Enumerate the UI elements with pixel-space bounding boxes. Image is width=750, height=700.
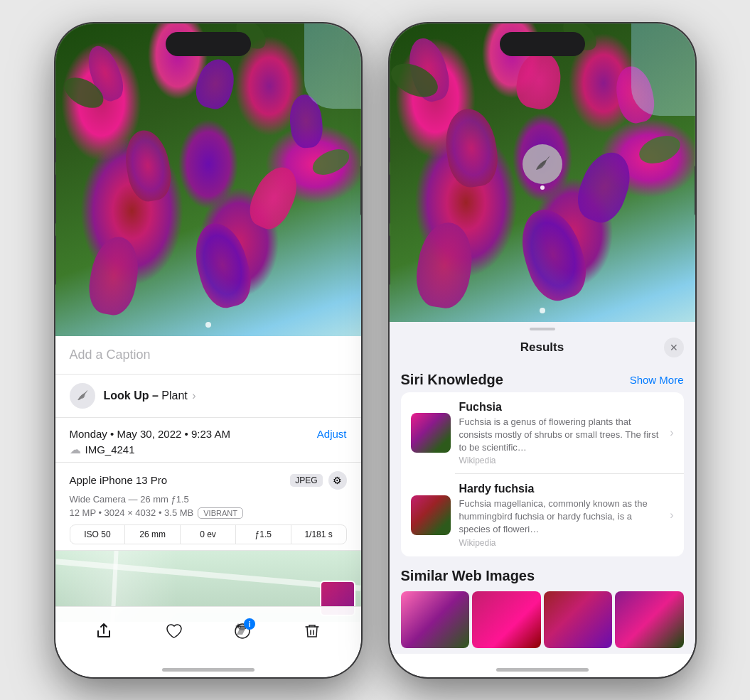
right-silent-button bbox=[390, 137, 390, 163]
date-text: Monday • May 30, 2022 • 9:23 AM bbox=[70, 428, 230, 440]
adjust-button[interactable]: Adjust bbox=[317, 428, 347, 440]
lookup-bold: Look Up – bbox=[104, 389, 159, 402]
cloud-icon: ☁ bbox=[70, 443, 81, 456]
similar-section: Similar Web Images bbox=[390, 559, 695, 654]
sheet-handle-area bbox=[390, 322, 695, 330]
left-side-buttons bbox=[55, 137, 56, 285]
exif-shutter: 1/181 s bbox=[291, 525, 346, 544]
home-indicator bbox=[162, 668, 255, 672]
exif-row: ISO 50 26 mm 0 ev ƒ1.5 1/181 s bbox=[70, 524, 347, 544]
hardy-fuchsia-chevron: › bbox=[670, 509, 673, 522]
camera-model: Apple iPhone 13 Pro bbox=[70, 474, 168, 486]
gear-icon[interactable]: ⚙ bbox=[328, 471, 347, 490]
similar-image-3[interactable] bbox=[544, 591, 613, 648]
filename-row: ☁ IMG_4241 bbox=[70, 443, 347, 456]
left-photo bbox=[55, 23, 361, 336]
lookup-icon-circle bbox=[70, 383, 95, 409]
right-phone: Results ✕ Siri Knowledge Show More bbox=[390, 23, 695, 677]
left-screen: Add a Caption Look Up – Plant › bbox=[55, 23, 361, 677]
siri-knowledge-header: Siri Knowledge Show More bbox=[390, 366, 695, 392]
camera-island bbox=[166, 32, 251, 56]
power-button bbox=[360, 166, 361, 215]
info-button[interactable] bbox=[227, 615, 258, 647]
right-home-indicator bbox=[496, 668, 589, 672]
fuchsia-source: Wikipedia bbox=[459, 456, 662, 465]
page-dot bbox=[205, 322, 211, 328]
camera-section: Apple iPhone 13 Pro JPEG ⚙ Wide Camera —… bbox=[55, 463, 361, 551]
hardy-fuchsia-thumbnail bbox=[411, 495, 451, 535]
close-button[interactable]: ✕ bbox=[664, 338, 684, 357]
fuchsia-desc: Fuchsia is a genus of flowering plants t… bbox=[459, 416, 662, 455]
caption-placeholder: Add a Caption bbox=[70, 348, 151, 362]
exif-focal: 26 mm bbox=[125, 525, 181, 544]
trash-button[interactable] bbox=[296, 615, 328, 647]
filename: IMG_4241 bbox=[85, 443, 135, 456]
right-left-side-buttons bbox=[390, 137, 390, 285]
knowledge-item-fuchsia[interactable]: Fuchsia Fuchsia is a genus of flowering … bbox=[401, 392, 684, 475]
similar-image-2[interactable] bbox=[472, 591, 541, 648]
exif-ev: 0 ev bbox=[181, 525, 236, 544]
sky-patch bbox=[304, 23, 361, 109]
knowledge-card: Fuchsia Fuchsia is a genus of flowering … bbox=[401, 392, 684, 556]
format-badge: JPEG bbox=[290, 474, 322, 487]
results-title: Results bbox=[421, 340, 664, 355]
similar-web-images-title: Similar Web Images bbox=[401, 568, 684, 584]
bottom-toolbar bbox=[55, 606, 361, 677]
right-side-buttons bbox=[360, 166, 361, 215]
fuchsia-thumbnail bbox=[411, 413, 451, 453]
right-power-button bbox=[695, 166, 695, 215]
camera-header: Apple iPhone 13 Pro JPEG ⚙ bbox=[70, 471, 347, 490]
volume-up-button bbox=[55, 174, 56, 224]
fuchsia-name: Fuchsia bbox=[459, 401, 662, 414]
left-phone: Add a Caption Look Up – Plant › bbox=[55, 23, 361, 677]
lookup-row[interactable]: Look Up – Plant › bbox=[55, 375, 361, 418]
camera-badges: JPEG ⚙ bbox=[290, 471, 346, 490]
lookup-chevron: › bbox=[192, 389, 195, 402]
camera-detail: Wide Camera — 26 mm ƒ1.5 bbox=[70, 494, 347, 505]
right-volume-down-button bbox=[390, 235, 390, 285]
caption-area[interactable]: Add a Caption bbox=[55, 336, 361, 375]
hardy-fuchsia-source: Wikipedia bbox=[459, 538, 662, 548]
heart-button[interactable] bbox=[158, 615, 189, 647]
vibrant-badge: VIBRANT bbox=[198, 507, 243, 519]
r-sky-patch bbox=[631, 23, 695, 116]
fuchsia-text: Fuchsia Fuchsia is a genus of flowering … bbox=[459, 401, 662, 466]
show-more-button[interactable]: Show More bbox=[630, 374, 684, 386]
silent-button bbox=[55, 137, 56, 163]
exif-iso: ISO 50 bbox=[70, 525, 126, 544]
knowledge-item-hardy-fuchsia[interactable]: Hardy fuchsia Fuchsia magellanica, commo… bbox=[401, 474, 684, 556]
right-photo-area bbox=[390, 23, 695, 322]
mp-info: 12 MP • 3024 × 4032 • 3.5 MB bbox=[70, 507, 194, 518]
volume-down-button bbox=[55, 235, 56, 285]
date-section: Monday • May 30, 2022 • 9:23 AM Adjust ☁… bbox=[55, 418, 361, 463]
mp-row: 12 MP • 3024 × 4032 • 3.5 MB VIBRANT bbox=[70, 507, 347, 519]
right-screen: Results ✕ Siri Knowledge Show More bbox=[390, 23, 695, 677]
results-sheet: Results ✕ Siri Knowledge Show More bbox=[390, 322, 695, 654]
lookup-label: Look Up – Plant › bbox=[104, 389, 196, 402]
right-side-power bbox=[695, 166, 695, 215]
exif-aperture: ƒ1.5 bbox=[236, 525, 291, 544]
fuchsia-chevron: › bbox=[670, 426, 673, 439]
lookup-subject: Plant bbox=[161, 389, 187, 402]
hardy-fuchsia-name: Hardy fuchsia bbox=[459, 483, 662, 495]
similar-image-1[interactable] bbox=[401, 591, 470, 648]
similar-image-4[interactable] bbox=[615, 591, 684, 648]
phones-container: Add a Caption Look Up – Plant › bbox=[55, 23, 695, 677]
right-camera-island bbox=[500, 32, 585, 56]
leaf-icon bbox=[75, 389, 90, 403]
date-row: Monday • May 30, 2022 • 9:23 AM Adjust bbox=[70, 428, 347, 440]
results-header: Results ✕ bbox=[390, 330, 695, 366]
r-page-dot bbox=[540, 308, 545, 313]
siri-knowledge-title: Siri Knowledge bbox=[401, 372, 503, 388]
similar-images-row bbox=[401, 591, 684, 648]
vi-leaf-icon bbox=[532, 154, 552, 174]
right-volume-up-button bbox=[390, 174, 390, 224]
share-button[interactable] bbox=[88, 615, 119, 647]
photo-info-section: Add a Caption Look Up – Plant › bbox=[55, 336, 361, 622]
hardy-fuchsia-desc: Fuchsia magellanica, commonly known as t… bbox=[459, 497, 662, 537]
hardy-fuchsia-text: Hardy fuchsia Fuchsia magellanica, commo… bbox=[459, 483, 662, 548]
visual-intelligence-button[interactable] bbox=[523, 144, 562, 184]
vi-dot bbox=[540, 185, 545, 190]
close-icon: ✕ bbox=[670, 342, 678, 353]
